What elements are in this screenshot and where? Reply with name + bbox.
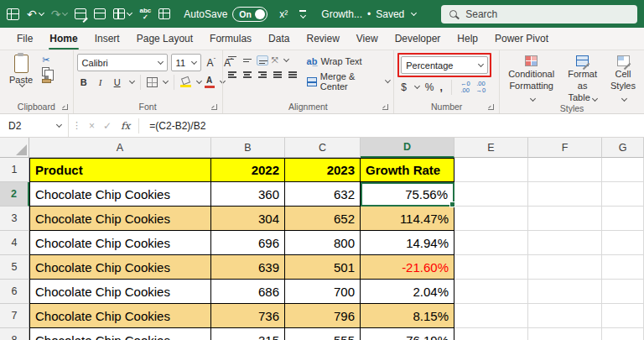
row-header-3[interactable]: 3: [0, 207, 29, 231]
cell-A7[interactable]: Chocolate Chip Cookies: [29, 304, 211, 328]
cut-icon[interactable]: ✂: [42, 55, 51, 65]
column-header-G[interactable]: G: [602, 138, 644, 158]
cell-B4[interactable]: 696: [211, 231, 285, 255]
row-header-7[interactable]: 7: [0, 304, 29, 328]
cell-A1[interactable]: Product: [29, 158, 211, 182]
wrap-text-button[interactable]: ab̲ Wrap Text: [307, 56, 391, 66]
cell-E1[interactable]: [454, 158, 528, 182]
cell-B5[interactable]: 639: [211, 255, 285, 280]
cell-G7[interactable]: [602, 304, 644, 328]
ribbon-tab-page-layout[interactable]: Page Layout: [128, 28, 201, 50]
percent-style-button[interactable]: %: [425, 81, 434, 93]
bold-button[interactable]: B: [77, 75, 91, 90]
cell-C6[interactable]: 700: [285, 280, 361, 304]
dialog-launcher-icon[interactable]: [62, 104, 68, 110]
column-header-B[interactable]: B: [211, 138, 285, 158]
grow-font-button[interactable]: Aˆ: [205, 57, 218, 69]
cell-B7[interactable]: 736: [211, 304, 285, 328]
ribbon-tab-developer[interactable]: Developer: [387, 28, 449, 50]
formula-input[interactable]: =(C2-B2)/B2: [143, 120, 205, 132]
customize-toolbar-chevron-icon[interactable]: [299, 10, 306, 18]
ribbon-tab-formulas[interactable]: Formulas: [201, 28, 260, 50]
increase-decimal-icon[interactable]: ←0 .00: [460, 81, 470, 95]
insert-cells-button[interactable]: [113, 8, 132, 19]
chevron-down-icon[interactable]: [129, 78, 135, 84]
font-name-select[interactable]: Calibri: [77, 54, 168, 71]
ribbon-tab-home[interactable]: Home: [41, 28, 86, 50]
cell-B1[interactable]: 2022: [211, 158, 285, 182]
cell-F4[interactable]: [528, 231, 602, 255]
row-header-8[interactable]: 8: [0, 328, 29, 340]
table-icon[interactable]: [94, 8, 106, 19]
undo-button[interactable]: ↶: [27, 8, 44, 20]
align-center-icon[interactable]: [242, 70, 253, 80]
chevron-down-icon[interactable]: [414, 83, 420, 89]
autosave-toggle[interactable]: On: [232, 7, 267, 22]
cell-E7[interactable]: [454, 304, 528, 328]
cancel-icon[interactable]: ×: [85, 120, 99, 132]
format-as-table-button[interactable]: Format as Table: [563, 53, 602, 103]
ribbon-tab-power-pivot[interactable]: Power Pivot: [486, 28, 557, 50]
redo-button[interactable]: ↷: [51, 8, 68, 20]
name-box[interactable]: D2: [0, 114, 69, 137]
cell-G3[interactable]: [602, 207, 644, 231]
draw-table-icon[interactable]: [75, 8, 86, 19]
cell-D2[interactable]: 75.56%: [361, 182, 454, 207]
cell-E2[interactable]: [454, 182, 528, 207]
column-header-D[interactable]: D: [361, 138, 454, 158]
column-header-A[interactable]: A: [29, 138, 211, 158]
superscript-button[interactable]: x²: [279, 8, 288, 20]
cell-E5[interactable]: [454, 255, 528, 280]
cell-D3[interactable]: 114.47%: [361, 207, 454, 231]
middle-align-icon[interactable]: [242, 55, 253, 65]
ribbon-tab-file[interactable]: File: [8, 28, 41, 50]
cell-D8[interactable]: 76.19%: [361, 328, 454, 340]
cell-B2[interactable]: 360: [211, 182, 285, 207]
increase-indent-icon[interactable]: [287, 70, 299, 80]
top-align-icon[interactable]: [226, 55, 238, 65]
cell-B3[interactable]: 304: [211, 207, 285, 231]
cell-G5[interactable]: [602, 255, 644, 280]
bottom-align-icon[interactable]: [257, 55, 268, 65]
cell-B8[interactable]: 315: [211, 328, 285, 340]
ribbon-tab-review[interactable]: Review: [298, 28, 347, 50]
orientation-icon[interactable]: ⤧: [272, 55, 278, 65]
insert-function-icon[interactable]: fx: [116, 120, 135, 132]
decrease-indent-icon[interactable]: [272, 70, 283, 80]
cell-D4[interactable]: 14.94%: [361, 231, 454, 255]
format-painter-icon[interactable]: [42, 79, 51, 83]
cell-D7[interactable]: 8.15%: [361, 304, 454, 328]
chevron-down-icon[interactable]: [196, 78, 202, 84]
cell-F1[interactable]: [528, 158, 602, 182]
merge-center-button[interactable]: Merge & Center: [307, 71, 391, 92]
number-format-select[interactable]: Percentage: [401, 56, 488, 74]
cell-E8[interactable]: [454, 328, 528, 340]
column-header-F[interactable]: F: [528, 138, 602, 158]
row-header-2[interactable]: 2: [0, 182, 29, 207]
ribbon-tab-help[interactable]: Help: [449, 28, 486, 50]
cell-G2[interactable]: [602, 182, 644, 207]
cell-C8[interactable]: 555: [285, 328, 361, 340]
cell-A3[interactable]: Chocolate Chip Cookies: [29, 207, 211, 231]
italic-button[interactable]: I: [94, 75, 107, 90]
row-header-1[interactable]: 1: [0, 158, 29, 182]
dialog-launcher-icon[interactable]: [211, 104, 217, 110]
ribbon-tab-data[interactable]: Data: [260, 28, 298, 50]
conditional-formatting-button[interactable]: Conditional Formatting: [503, 53, 559, 103]
cell-F7[interactable]: [528, 304, 602, 328]
enter-icon[interactable]: ✓: [99, 120, 116, 132]
ribbon-tab-view[interactable]: View: [348, 28, 387, 50]
cell-G8[interactable]: [602, 328, 644, 340]
underline-button[interactable]: U: [111, 75, 124, 90]
cell-G6[interactable]: [602, 280, 644, 304]
cell-F8[interactable]: [528, 328, 602, 340]
cell-A2[interactable]: Chocolate Chip Cookies: [29, 182, 211, 207]
cell-C2[interactable]: 632: [285, 182, 361, 207]
column-header-E[interactable]: E: [454, 138, 528, 158]
cell-A6[interactable]: Chocolate Chip Cookies: [29, 280, 211, 304]
cell-E6[interactable]: [454, 280, 528, 304]
cell-A8[interactable]: Chocolate Chip Cookies: [29, 328, 211, 340]
spelling-icon[interactable]: abc✓: [139, 8, 151, 19]
dialog-launcher-icon[interactable]: [382, 104, 388, 110]
currency-button[interactable]: $: [401, 81, 407, 93]
